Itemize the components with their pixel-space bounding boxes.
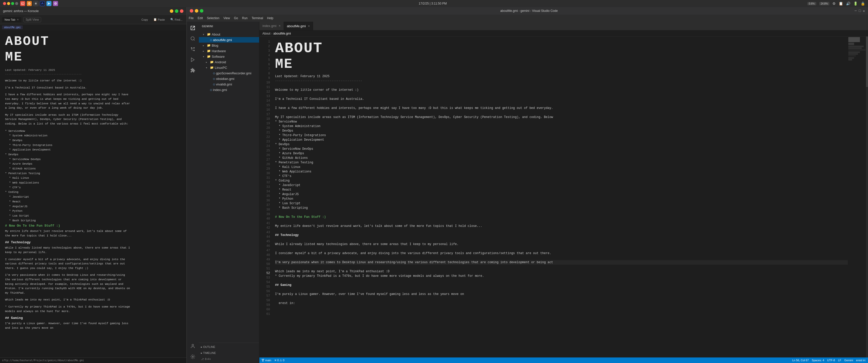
app-icon-6[interactable] (53, 1, 58, 6)
gmi-icon: ◇ (213, 72, 215, 75)
sidebar-timeline-row[interactable]: ▸ TIMELINE (201, 350, 257, 356)
line-num-47: 47 (263, 248, 270, 253)
tray-icon-2[interactable]: 📋 (839, 1, 843, 5)
activity-settings-icon[interactable] (188, 353, 197, 361)
cpu-badge: 0.6% (807, 2, 816, 5)
code-line-22: * System Administration (275, 124, 848, 129)
sidebar-item-aboutme[interactable]: ◇ aboutMe.gmi (199, 37, 259, 43)
sidebar-item-obsidian[interactable]: ◇ obsidian.gmi (199, 76, 259, 81)
menu-run[interactable]: Run (242, 16, 248, 20)
konsole-split-view-btn[interactable]: Split View (24, 17, 41, 22)
vscode-win-close[interactable]: ✕ (863, 9, 865, 13)
konsole-maximize-btn[interactable] (175, 9, 178, 13)
breadcrumb-about[interactable]: About (262, 32, 270, 35)
tray-icon-3[interactable]: 🔊 (846, 1, 850, 5)
konsole-tech-para2: I consider myself a bit of a privacy adv… (5, 257, 131, 271)
code-about-title: ABOUT (275, 40, 848, 57)
code-content[interactable]: ABOUT ME Last Updated: February 11 2025 … (272, 37, 848, 358)
sidebar-item-hardware[interactable]: ▸ 📁 Hardware (199, 48, 259, 54)
status-line-ending[interactable]: LF (838, 359, 841, 362)
sidebar-item-vivalidi[interactable]: ◇ vivalidi.gmi (199, 81, 259, 87)
tab-aboutme-label: aboutMe.gmi (287, 24, 306, 28)
app-icon-2[interactable] (27, 1, 32, 6)
tab-aboutme-close[interactable]: ✕ (308, 25, 310, 28)
tray-icon-4[interactable]: 🔋 (854, 1, 858, 5)
status-language[interactable]: Gemini (844, 359, 853, 362)
vscode-win-restore[interactable]: □ (859, 9, 861, 13)
menu-go[interactable]: Go (234, 16, 238, 20)
activity-search-icon[interactable] (188, 34, 197, 43)
code-line-30: * Penetration Testing (275, 160, 848, 165)
vscode-app-icon[interactable] (46, 1, 52, 6)
maximize-dot[interactable] (11, 2, 14, 5)
tab-aboutme-gmi[interactable]: aboutMe.gmi ✕ (284, 22, 313, 30)
line-num-25: 25 (263, 148, 270, 153)
vscode-maximize-btn[interactable] (200, 9, 204, 12)
menu-file[interactable]: File (189, 16, 193, 20)
konsole-tab-close[interactable]: ✕ (17, 19, 19, 21)
sidebar-item-index[interactable]: ◇ index.gmi (199, 87, 259, 93)
close-dot[interactable] (3, 2, 6, 5)
sidebar-item-gpo[interactable]: ◇ gpoScreenRecorder.gmi (199, 70, 259, 76)
konsole-paste-btn[interactable]: 📋 Paste (151, 18, 167, 22)
code-line-41 (275, 210, 848, 215)
vscode-minimize-btn[interactable] (195, 9, 198, 12)
line-num-20: 20 (263, 126, 270, 130)
menu-help[interactable]: Help (267, 16, 274, 20)
konsole-minimize-btn[interactable] (170, 9, 173, 13)
sidebar-item-blog[interactable]: ▸ 📁 Blog (199, 43, 259, 48)
tray-icon-5[interactable]: 🔒 (861, 1, 865, 5)
status-encoding[interactable]: UTF-8 (827, 359, 835, 362)
status-ln-col[interactable]: Ln 56, Col 67 (792, 359, 809, 362)
activity-git-icon[interactable] (188, 45, 197, 54)
sidebar-item-linuxpc[interactable]: ▾ 📁 LinuxPC (199, 65, 259, 70)
tab-index-close[interactable]: ✕ (279, 25, 281, 27)
menu-view[interactable]: View (223, 16, 230, 20)
sidebar-item-about[interactable]: ▾ 📁 About (199, 32, 259, 37)
konsole-file-tab[interactable]: aboutMe.gmi (2, 26, 23, 29)
activity-debug-icon[interactable] (188, 56, 197, 64)
line-num-24: 24 (263, 144, 270, 148)
sidebar-branch-icon: ⎇ (201, 358, 204, 361)
code-editor[interactable]: 1 2 3 4 5 6 7 8 9 10 11 12 13 14 (259, 37, 868, 358)
vscode-close-btn[interactable] (190, 9, 193, 12)
status-errors[interactable]: ✕ 0 ⚠ 0 (274, 359, 284, 362)
code-line-57: ## Gaming (275, 283, 848, 287)
sidebar-item-android[interactable]: ▸ 📁 Android (199, 59, 259, 65)
list-item: * System Administration (5, 133, 181, 138)
activity-account-icon[interactable] (188, 342, 197, 351)
activity-extensions-icon[interactable] (188, 66, 197, 75)
konsole-copy-btn[interactable]: Copy (140, 18, 150, 22)
line-num-49: 49 (263, 257, 270, 262)
line-num-8: 8 (263, 71, 270, 76)
line-num-37: 37 (263, 203, 270, 207)
code-line-16: I'm a Technical IT Consultant based in A… (275, 97, 848, 101)
app-icon-3[interactable] (33, 1, 38, 6)
activity-explorer-icon[interactable] (188, 24, 197, 32)
konsole-app-icon[interactable] (20, 1, 25, 6)
konsole-new-tab-btn[interactable]: New Tab ✕ (2, 17, 22, 22)
tab-index-gmi[interactable]: index.gmi ✕ (259, 22, 284, 30)
tray-icon-1[interactable]: ⚙ (832, 1, 836, 5)
line-num-39: 39 (263, 212, 270, 217)
vscode-titlebar: aboutMe.gmi - gemini - Visual Studio Cod… (187, 7, 868, 14)
menu-selection[interactable]: Selection (207, 16, 219, 20)
minimap[interactable] (848, 37, 868, 358)
sidebar-outline-row[interactable]: ▸ OUTLINE (201, 344, 257, 350)
list-item: * Web Applications (5, 180, 181, 185)
konsole-tab-bar: aboutMe.gmi (0, 24, 186, 30)
breadcrumb-aboutme[interactable]: aboutMe.gmi (273, 32, 291, 35)
vscode-win-minimize[interactable]: ─ (855, 9, 857, 13)
konsole-close-btn[interactable] (180, 9, 183, 13)
menu-terminal[interactable]: Terminal (252, 16, 263, 20)
menu-edit[interactable]: Edit (197, 16, 203, 20)
konsole-subtitle-me: ME (5, 50, 181, 65)
code-line-29: * GitHub Actions (275, 156, 848, 160)
status-spaces[interactable]: Spaces: 4 (812, 359, 824, 362)
status-branch[interactable]: main (261, 359, 271, 362)
minimize-dot[interactable] (7, 2, 10, 5)
vscode-win-buttons (190, 9, 204, 12)
konsole-find-btn[interactable]: 🔍 Find... (168, 18, 184, 22)
app-icon-4[interactable] (40, 1, 45, 6)
sidebar-item-software[interactable]: ▾ 📁 Software (199, 54, 259, 59)
